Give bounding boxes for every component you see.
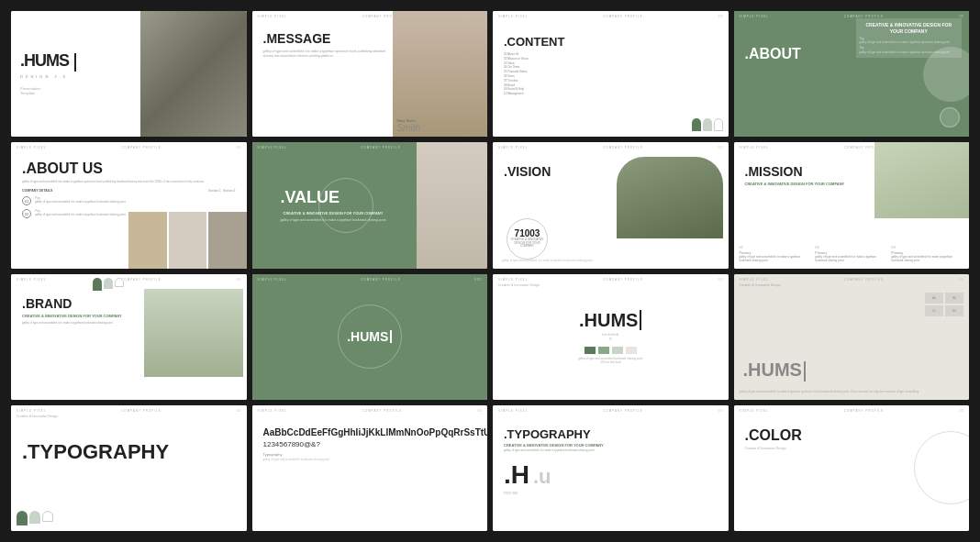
slide-13-brand: SIMPLE PIXEL xyxy=(17,409,46,413)
slide-13-header: SIMPLE PIXEL Company Profile 003 xyxy=(17,409,241,413)
slide-8-col-1: 01 Primary galley of type and scrambled … xyxy=(740,245,812,263)
slide-13-title: .TYPOGRAPHY xyxy=(22,440,236,464)
slide-2-title: .MESSAGE xyxy=(263,31,392,46)
slide-6-photo xyxy=(417,142,487,268)
slide-11-logo-label: Icon font bold xyxy=(602,333,618,337)
slide-5-detail-row-1: 01 Pay galley of type and scrambled it t… xyxy=(22,196,236,205)
slide-3-brand: SIMPLE PIXEL xyxy=(498,15,528,18)
slide-7-page: Company Profile xyxy=(603,146,643,149)
slide-9-body: galley of type and scrambled it to make … xyxy=(22,321,137,325)
slide-9-header: SIMPLE PIXEL Company Profile 003 xyxy=(17,278,241,282)
slide-8-col-3: 03 Primary galley of type and scrambled … xyxy=(891,245,963,263)
slide-3-page: Company Profile xyxy=(603,15,643,18)
slide-8-photo xyxy=(874,142,969,217)
arch-light-brand-icon xyxy=(104,278,113,289)
slide-11-header: SIMPLE PIXEL Company Profile 003 xyxy=(498,278,723,282)
slide-8-col1-num: 01 xyxy=(740,245,812,249)
slide-12-brand: SIMPLE PIXEL xyxy=(740,278,769,282)
slide-10-page: Company Profile xyxy=(361,278,401,282)
slide-5-photo-1 xyxy=(128,212,166,269)
slide-10-brand: SIMPLE PIXEL xyxy=(258,278,287,282)
slide-11-num: 003 xyxy=(718,278,722,282)
slide-11-color-3 xyxy=(612,347,623,354)
slide-15-u: .u xyxy=(533,465,551,489)
slide-11-page: Company Profile xyxy=(603,278,643,282)
slide-14-numbers: 1234567890@&? xyxy=(263,440,477,448)
slide-5-photos xyxy=(128,212,246,269)
slide-5-num: 003 xyxy=(236,146,240,149)
slide-6-page: Company Profile xyxy=(361,146,401,149)
slide-8-col3-num: 03 xyxy=(891,245,963,249)
slide-3-header: SIMPLE PIXEL Company Profile 003 xyxy=(498,15,723,18)
slide-11-icon-size: 13 Icon font bold xyxy=(600,360,620,364)
slide-13-num: 003 xyxy=(236,409,240,413)
slide-7-number: 71003 xyxy=(515,228,540,238)
slide-8-details: 01 Primary galley of type and scrambled … xyxy=(740,245,964,263)
slide-4-about-green: SIMPLE PIXEL Company Profile 003 CREATIV… xyxy=(734,11,970,137)
slide-11-label: Creative & Innovative Design xyxy=(498,283,540,287)
slide-11-brand: SIMPLE PIXEL xyxy=(498,278,528,282)
slide-grid: .HUMS DESIGN 2.0 Presentation Template S… xyxy=(0,0,980,542)
slide-5-detail-text-1: galley of type and scrambled it to make … xyxy=(35,200,236,204)
slide-5-photo-3 xyxy=(208,212,246,269)
slide-12-hums: .HUMS xyxy=(743,359,806,382)
slide-5-photo-2 xyxy=(169,212,206,269)
slide-13-typography-big: SIMPLE PIXEL Company Profile 003 Creativ… xyxy=(11,405,247,531)
arch-dark-brand-icon xyxy=(93,278,102,291)
hums-bar-icon xyxy=(74,53,76,72)
slide-12-num: 003 xyxy=(959,278,963,282)
slide-16-color: SIMPLE PIXEL Company Profile 003 .COLOR … xyxy=(734,405,970,531)
slide-16-brand: SIMPLE PIXEL xyxy=(740,409,769,413)
slide-14-num: 003 xyxy=(477,409,482,413)
slide-11-color-1 xyxy=(585,347,596,354)
slide-3-arches xyxy=(692,118,723,131)
slide-4-box-tags: Tag galley of type and scrambled it to m… xyxy=(860,37,958,54)
slide-8-brand: SIMPLE PIXEL xyxy=(740,146,769,149)
slide-7-photo xyxy=(617,157,722,238)
slide-5-body: galley of type and scrambled it to make … xyxy=(22,180,236,183)
slide-13-page: Company Profile xyxy=(121,409,161,413)
slide-8-col2-text: galley of type and scrambled it to make … xyxy=(815,256,887,263)
slide-7-num: 003 xyxy=(718,146,722,149)
slide-5-brand: SIMPLE PIXEL xyxy=(17,146,46,149)
slide-1-content: .HUMS DESIGN 2.0 Presentation Template xyxy=(11,11,148,137)
slide-12-bar-icon xyxy=(804,361,806,382)
slide-12-hums-gray: SIMPLE PIXEL Company Profile 003 Creativ… xyxy=(734,274,970,400)
slide-7-detail: galley of type and scrambled it to make … xyxy=(502,260,598,263)
slide-14-alphabet: SIMPLE PIXEL Company Profile 003 AaBbCcD… xyxy=(252,405,488,531)
slide-11-logo-area: .HUMS Icon font bold 75 galley of type a… xyxy=(498,280,723,394)
slide-7-sub: CREATIVE & INNOVATIVE DESIGN FOR YOUR CO… xyxy=(507,238,547,249)
arch-dark-icon xyxy=(692,118,701,131)
slide-9-brand: SIMPLE PIXEL Company Profile 003 .BRAND … xyxy=(11,274,247,400)
slide-14-brand: SIMPLE PIXEL xyxy=(258,409,287,413)
slide-15-header: SIMPLE PIXEL Company Profile 003 xyxy=(498,409,723,413)
slide-3-content: SIMPLE PIXEL Company Profile 003 .CONTEN… xyxy=(493,11,729,137)
slide-14-alpha: AaBbCcDdEeFfGgHhIiJjKkLlMmNnOoPpQqRrSsTt… xyxy=(263,427,477,438)
slide-10-header: SIMPLE PIXEL Company Profile 003 xyxy=(258,278,483,282)
slide-2-message: SIMPLE PIXEL Company Profile 003 Mary Sm… xyxy=(252,11,488,137)
slide-1-subtitle: DESIGN 2.0 xyxy=(20,74,139,79)
slide-11-bar-icon xyxy=(640,310,641,330)
slide-12-header: SIMPLE PIXEL Company Profile 003 xyxy=(740,278,964,282)
slide-9-brand-label: SIMPLE PIXEL xyxy=(17,278,46,282)
slide-1-photo xyxy=(140,11,246,137)
slide-15-title: .TYPOGRAPHY xyxy=(504,427,718,441)
slide-3-list: 01 About Us 02 Mission or Vision 03 Valu… xyxy=(504,52,718,96)
arch-white-icon xyxy=(714,118,723,131)
slide-7-vision: SIMPLE PIXEL Company Profile 003 .VISION… xyxy=(493,142,729,268)
slide-13-label: Creative & Innovative Design xyxy=(17,415,58,418)
slide-4-brand: SIMPLE PIXEL xyxy=(740,15,769,18)
arch-white-brand-icon xyxy=(115,278,124,287)
slide-6-desc: CREATIVE & INNOVATIVE DESIGN FOR YOUR CO… xyxy=(280,211,385,222)
slide-3-num: 003 xyxy=(718,15,722,18)
slide-5-detail-num-2: 02 xyxy=(22,209,31,218)
slide-4-mirror-icon xyxy=(940,107,960,127)
slide-6-value: SIMPLE PIXEL Company Profile 003 .VALUE … xyxy=(252,142,488,268)
slide-13-arches xyxy=(17,511,53,525)
slide-8-col2-num: 02 xyxy=(815,245,887,249)
slide-1-cover: .HUMS DESIGN 2.0 Presentation Template xyxy=(11,11,247,137)
slide-10-hums-center: SIMPLE PIXEL Company Profile 003 .HUMS xyxy=(252,274,488,400)
slide-11-colors xyxy=(585,347,637,354)
slide-4-box: CREATIVE & INNOVATIVE DESIGN FOR YOUR CO… xyxy=(856,18,962,58)
slide-15-body: galley of type and scrambled it to make … xyxy=(504,449,718,453)
